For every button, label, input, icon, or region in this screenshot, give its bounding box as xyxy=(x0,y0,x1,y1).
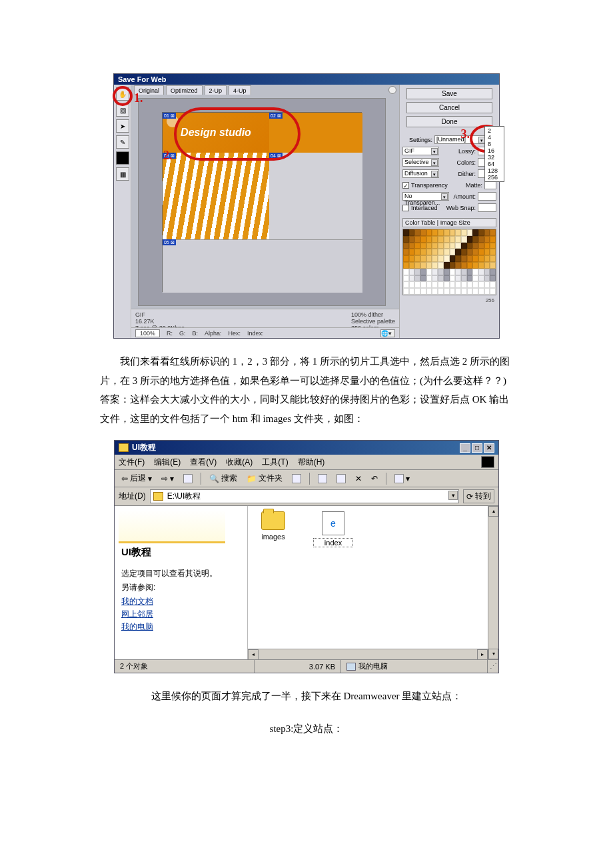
color-swatch[interactable] xyxy=(444,243,450,249)
color-swatch[interactable] xyxy=(484,262,490,269)
color-swatch[interactable] xyxy=(467,229,473,236)
color-swatch[interactable] xyxy=(426,262,432,269)
colors-option-128[interactable]: 128 xyxy=(485,167,504,174)
address-field[interactable]: E:\UI教程 ▾ xyxy=(150,489,459,503)
undo-button[interactable]: ↶ xyxy=(368,473,380,484)
color-swatch[interactable] xyxy=(444,236,450,243)
color-swatch[interactable] xyxy=(444,229,450,236)
color-swatch[interactable] xyxy=(409,249,415,255)
color-swatch[interactable] xyxy=(490,243,496,249)
color-swatch[interactable] xyxy=(467,243,473,249)
color-swatch[interactable] xyxy=(438,243,444,249)
color-swatch[interactable] xyxy=(414,243,420,249)
color-swatch[interactable] xyxy=(414,275,420,282)
dither-select[interactable]: Diffusion▾ xyxy=(402,169,439,178)
color-swatch[interactable] xyxy=(450,243,456,249)
color-swatch[interactable] xyxy=(478,255,484,262)
color-swatch[interactable] xyxy=(432,288,438,295)
color-swatch[interactable] xyxy=(420,236,426,243)
colors-option-4[interactable]: 4 xyxy=(485,134,504,141)
color-swatch[interactable] xyxy=(409,269,415,275)
scroll-right-button[interactable]: ▸ xyxy=(477,649,488,660)
color-swatch[interactable] xyxy=(461,262,467,269)
color-swatch[interactable] xyxy=(490,262,496,269)
color-swatch[interactable] xyxy=(409,229,415,236)
color-swatch[interactable] xyxy=(472,249,478,255)
browser-preview-button[interactable]: 🌐▾ xyxy=(380,329,395,337)
colors-option-16[interactable]: 16 xyxy=(485,147,504,154)
color-swatch[interactable] xyxy=(420,288,426,295)
amount-input[interactable] xyxy=(478,192,496,201)
color-swatch[interactable] xyxy=(472,255,478,262)
colors-option-2[interactable]: 2 xyxy=(485,127,504,134)
hand-tool[interactable]: ✋ xyxy=(116,87,129,101)
color-swatch[interactable] xyxy=(403,243,409,249)
color-swatch[interactable] xyxy=(484,255,490,262)
color-swatch[interactable] xyxy=(414,229,420,236)
resize-grip[interactable]: ⋰ xyxy=(488,662,498,671)
color-swatch[interactable] xyxy=(444,255,450,262)
color-swatch[interactable] xyxy=(420,262,426,269)
color-swatch[interactable] xyxy=(438,269,444,275)
colors-option-32[interactable]: 32 xyxy=(485,154,504,161)
color-swatch[interactable] xyxy=(461,243,467,249)
zoom-tool[interactable]: ➤ xyxy=(116,119,129,133)
color-swatch[interactable] xyxy=(467,262,473,269)
color-swatch[interactable] xyxy=(455,262,461,269)
color-swatch[interactable] xyxy=(432,236,438,243)
views-button[interactable]: ▾ xyxy=(392,473,412,484)
tab-2up[interactable]: 2-Up xyxy=(205,85,227,95)
color-swatch[interactable] xyxy=(472,243,478,249)
colors-option-64[interactable]: 64 xyxy=(485,161,504,167)
slice-4[interactable] xyxy=(269,153,362,239)
color-swatch[interactable] xyxy=(467,275,473,282)
color-table-tabs[interactable]: Color Table | Image Size xyxy=(402,218,496,227)
color-swatch[interactable] xyxy=(461,255,467,262)
color-swatch[interactable] xyxy=(484,229,490,236)
toggle-slice-visibility[interactable]: ▦ xyxy=(116,167,129,181)
menu-help[interactable]: 帮助(H) xyxy=(298,457,325,468)
slice-3[interactable] xyxy=(163,153,269,239)
slice-1-header[interactable]: Design studio xyxy=(163,113,269,153)
color-swatch[interactable] xyxy=(472,236,478,243)
minimize-button[interactable]: _ xyxy=(460,443,470,453)
reduction-select[interactable]: Selective▾ xyxy=(402,158,439,167)
search-button[interactable]: 🔍 搜索 xyxy=(207,472,240,485)
colors-option-8[interactable]: 8 xyxy=(485,141,504,147)
color-swatch[interactable] xyxy=(409,288,415,295)
colors-option-256[interactable]: 256 xyxy=(485,174,504,181)
color-swatch[interactable] xyxy=(484,275,490,282)
color-swatch[interactable] xyxy=(478,236,484,243)
color-swatch[interactable] xyxy=(450,288,456,295)
color-swatch[interactable] xyxy=(420,255,426,262)
up-button[interactable] xyxy=(181,473,195,484)
color-swatch[interactable] xyxy=(426,281,432,288)
back-button[interactable]: ⇦ 后退 ▾ xyxy=(119,472,155,485)
file-index-html[interactable]: e index xyxy=(313,511,353,547)
color-swatch[interactable] xyxy=(414,249,420,255)
colors-dropdown-menu[interactable]: 2 4 8 16 32 64 128 256 xyxy=(484,126,504,182)
scroll-down-button[interactable]: ▾ xyxy=(488,649,498,659)
scroll-up-button[interactable]: ▴ xyxy=(488,506,498,517)
color-swatch[interactable] xyxy=(409,243,415,249)
color-swatch[interactable] xyxy=(450,262,456,269)
color-swatch[interactable] xyxy=(438,262,444,269)
color-swatch[interactable] xyxy=(472,229,478,236)
color-swatch[interactable] xyxy=(426,229,432,236)
color-swatch[interactable] xyxy=(414,236,420,243)
color-swatch[interactable] xyxy=(450,249,456,255)
eyedropper-tool[interactable]: ✎ xyxy=(116,135,129,149)
color-swatch[interactable] xyxy=(461,275,467,282)
address-dropdown[interactable]: ▾ xyxy=(448,491,458,500)
color-swatch[interactable] xyxy=(414,288,420,295)
slice-5[interactable] xyxy=(163,239,362,293)
color-swatch[interactable] xyxy=(426,249,432,255)
color-swatch[interactable] xyxy=(444,269,450,275)
color-swatch[interactable] xyxy=(444,281,450,288)
color-swatch[interactable] xyxy=(409,275,415,282)
color-swatch[interactable] xyxy=(478,275,484,282)
slice-select-tool[interactable]: ▨ xyxy=(116,103,129,117)
menu-edit[interactable]: 编辑(E) xyxy=(154,457,181,468)
color-swatch[interactable] xyxy=(409,236,415,243)
color-swatch[interactable] xyxy=(432,275,438,282)
